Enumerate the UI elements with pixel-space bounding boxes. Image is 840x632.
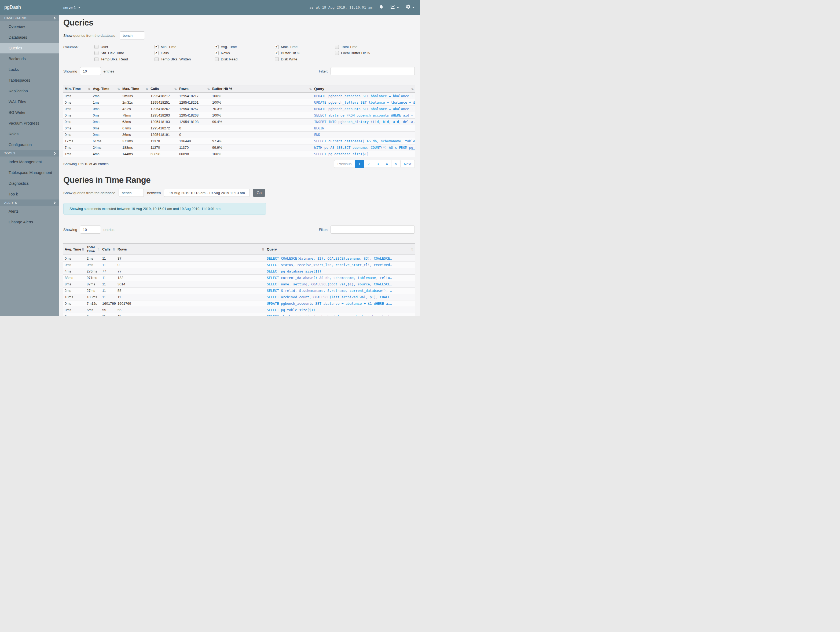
column-option[interactable]: Rows <box>215 51 275 55</box>
sidebar-item[interactable]: Index Management <box>0 157 59 167</box>
column-header[interactable]: Min. Time <box>63 85 92 93</box>
sidebar-item[interactable]: Diagnostics <box>0 178 59 189</box>
sidebar-item[interactable]: Overview <box>0 21 59 32</box>
column-option[interactable]: User <box>95 45 155 49</box>
column-option[interactable]: Disk Write <box>275 57 335 61</box>
filter-input[interactable] <box>330 67 415 75</box>
query-link[interactable]: END <box>314 133 321 137</box>
checkbox[interactable] <box>95 45 98 49</box>
query-link[interactable]: UPDATE pgbench_accounts SET abalance = a… <box>267 301 392 306</box>
notifications-button[interactable] <box>379 4 384 11</box>
sidebar-section-tools[interactable]: TOOLS <box>0 150 59 157</box>
sidebar-item[interactable]: Replication <box>0 86 59 97</box>
query-link[interactable]: SELECT archived_count, COALESCE(last_arc… <box>267 295 392 299</box>
query-link[interactable]: UPDATE pgbench_tellers SET tbalance = tb… <box>314 100 415 105</box>
column-option[interactable]: Max. Time <box>275 45 335 49</box>
sidebar-item[interactable]: BG Writer <box>0 107 59 118</box>
sidebar-item[interactable]: Change Alerts <box>0 217 59 227</box>
next-page-button[interactable]: Next <box>401 160 415 168</box>
previous-page-button[interactable]: Previous <box>334 160 355 168</box>
sidebar-item[interactable]: Tablespaces <box>0 75 59 86</box>
go-button[interactable]: Go <box>253 189 265 197</box>
sidebar-item[interactable]: Configuration <box>0 139 59 150</box>
checkbox[interactable] <box>215 45 219 49</box>
sidebar-item[interactable]: Top k <box>0 189 59 200</box>
checkbox[interactable] <box>155 51 159 55</box>
page-number-button[interactable]: 5 <box>392 160 401 168</box>
column-header[interactable]: Rows <box>116 244 265 255</box>
page-number-button[interactable]: 1 <box>355 160 364 168</box>
column-option[interactable]: Min. Time <box>155 45 215 49</box>
sidebar-section-alerts[interactable]: ALERTS <box>0 200 59 206</box>
sidebar-item[interactable]: Locks <box>0 64 59 75</box>
database-input[interactable] <box>120 32 145 40</box>
checkbox[interactable] <box>335 51 339 55</box>
query-link[interactable]: SELECT pg_table_size($1) <box>267 308 316 312</box>
query-link[interactable]: INSERT INTO pgbench_history (tid, bid, a… <box>314 120 415 124</box>
column-option[interactable]: Local Buffer Hit % <box>335 51 395 55</box>
query-link[interactable]: SELECT abalance FROM pgbench_accounts WH… <box>314 113 415 117</box>
settings-menu-button[interactable] <box>406 4 415 11</box>
column-option[interactable]: Total Time <box>335 45 395 49</box>
page-number-button[interactable]: 2 <box>364 160 373 168</box>
query-link[interactable]: BEGIN <box>314 126 324 130</box>
column-option[interactable]: Temp Blks. Read <box>95 57 155 61</box>
page-number-button[interactable]: 3 <box>373 160 382 168</box>
checkbox[interactable] <box>335 45 339 49</box>
column-option[interactable]: Temp Blks. Written <box>155 57 215 61</box>
sidebar-item[interactable]: Alerts <box>0 206 59 217</box>
checkbox[interactable] <box>155 57 159 61</box>
column-option[interactable]: Buffer Hit % <box>275 51 335 55</box>
charts-menu-button[interactable] <box>390 4 399 11</box>
column-header[interactable]: Rows <box>178 85 211 93</box>
query-link[interactable]: SELECT current_database() AS db, scheman… <box>267 276 392 280</box>
query-link[interactable]: WITH pc AS (SELECT pubname, COUNT(*) AS … <box>314 146 415 149</box>
checkbox[interactable] <box>275 45 279 49</box>
sidebar-item[interactable]: Tablespace Management <box>0 167 59 178</box>
query-link[interactable]: SELECT name, setting, COALESCE(boot_val,… <box>267 282 392 286</box>
database-input[interactable] <box>118 189 144 197</box>
query-link[interactable]: SELECT COALESCE(datname, $2), COALESCE(u… <box>267 257 392 260</box>
column-header[interactable]: Query <box>313 85 415 93</box>
column-option[interactable]: Calls <box>155 51 215 55</box>
checkbox[interactable] <box>215 57 219 61</box>
date-range-input[interactable] <box>164 189 250 197</box>
column-option[interactable]: Avg. Time <box>215 45 275 49</box>
column-header[interactable]: Max. Time <box>121 85 149 93</box>
sidebar-item[interactable]: Queries <box>0 43 59 54</box>
column-header[interactable]: Buffer Hit % <box>211 85 313 93</box>
query-link[interactable]: SELECT pg_database_size($1) <box>267 269 321 273</box>
sidebar-section-dashboards[interactable]: DASHBOARDS <box>0 15 59 21</box>
query-link[interactable]: UPDATE pgbench_accounts SET abalance = a… <box>314 107 415 111</box>
query-link[interactable]: SELECT current_database() AS db, scheman… <box>314 139 415 143</box>
query-link[interactable]: SELECT S.relid, S.schemaname, S.relname,… <box>267 288 392 293</box>
column-header[interactable]: Calls <box>101 244 116 255</box>
page-number-button[interactable]: 4 <box>382 160 392 168</box>
column-header[interactable]: Avg. Time <box>63 244 85 255</box>
query-link[interactable]: UPDATE pgbench_branches SET bbalance = b… <box>314 94 415 98</box>
query-link[interactable]: SELECT pg_database_size($1) <box>314 152 369 156</box>
query-link[interactable]: SELECT checkpoints_timed, checkpoints_re… <box>267 314 392 316</box>
column-header[interactable]: Calls <box>149 85 178 93</box>
column-header[interactable]: Avg. Time <box>92 85 121 93</box>
entries-count-input[interactable] <box>80 67 101 75</box>
sidebar-item[interactable]: Backends <box>0 54 59 64</box>
query-link[interactable]: SELECT status, receive_start_lsn, receiv… <box>267 263 392 267</box>
column-option[interactable]: Std. Dev. Time <box>95 51 155 55</box>
server-selector-dropdown[interactable]: server1 <box>63 0 81 15</box>
checkbox[interactable] <box>215 51 219 55</box>
checkbox[interactable] <box>95 51 98 55</box>
sidebar-item[interactable]: Roles <box>0 128 59 139</box>
checkbox[interactable] <box>155 45 159 49</box>
filter-input[interactable] <box>330 225 415 234</box>
checkbox[interactable] <box>275 51 279 55</box>
column-header[interactable]: Query <box>265 244 415 255</box>
sidebar-item[interactable]: Vacuum Progress <box>0 118 59 128</box>
sidebar-item[interactable]: Databases <box>0 32 59 43</box>
sidebar-item[interactable]: WAL Files <box>0 97 59 107</box>
column-option[interactable]: Disk Read <box>215 57 275 61</box>
checkbox[interactable] <box>275 57 279 61</box>
column-header[interactable]: Total Time <box>85 244 101 255</box>
checkbox[interactable] <box>95 57 98 61</box>
entries-count-input[interactable] <box>80 225 101 234</box>
